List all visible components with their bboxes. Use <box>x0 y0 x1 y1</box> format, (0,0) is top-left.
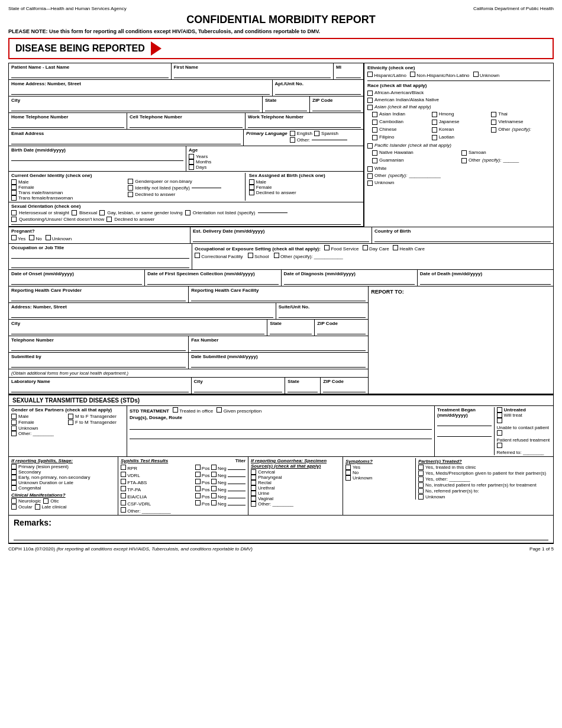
race-other-checkbox[interactable] <box>367 173 373 179</box>
non-hispanic-checkbox[interactable] <box>410 72 415 77</box>
late-clinical-checkbox[interactable] <box>35 504 40 510</box>
other-lang-checkbox[interactable] <box>290 137 295 143</box>
pacific-islander-checkbox[interactable] <box>367 143 373 149</box>
trans-female-checkbox[interactable] <box>11 195 17 201</box>
home-address-input[interactable] <box>11 86 270 95</box>
country-birth-input[interactable] <box>374 234 551 242</box>
secondary-checkbox[interactable] <box>11 469 17 475</box>
drug-input2[interactable] <box>130 431 432 439</box>
facility-input[interactable] <box>191 293 366 301</box>
no-referred-checkbox[interactable] <box>418 488 424 494</box>
yes-meds-checkbox[interactable] <box>418 471 424 476</box>
early-checkbox[interactable] <box>11 475 17 480</box>
not-listed-checkbox[interactable] <box>185 210 190 215</box>
tp-pa-neg[interactable] <box>211 486 217 491</box>
english-checkbox[interactable] <box>290 131 295 136</box>
urine-checkbox[interactable] <box>251 491 256 496</box>
est-delivery-input[interactable] <box>193 234 369 242</box>
japanese-checkbox[interactable] <box>432 120 437 125</box>
m-to-f-checkbox[interactable] <box>68 414 73 419</box>
unknown-duration-checkbox[interactable] <box>11 480 17 485</box>
pharyngeal-checkbox[interactable] <box>251 475 256 480</box>
vdrl-neg[interactable] <box>211 472 217 477</box>
thai-checkbox[interactable] <box>491 112 496 117</box>
treated-office-checkbox[interactable] <box>173 407 178 413</box>
american-indian-checkbox[interactable] <box>367 98 373 103</box>
months-checkbox[interactable] <box>189 159 194 165</box>
school-checkbox[interactable] <box>248 253 253 258</box>
native-hawaiian-checkbox[interactable] <box>372 150 377 156</box>
rpr-pos[interactable] <box>195 465 201 470</box>
asian-other-checkbox[interactable] <box>491 127 496 133</box>
given-rx-checkbox[interactable] <box>217 407 222 413</box>
cambodian-checkbox[interactable] <box>372 120 377 125</box>
treatment-began-input[interactable] <box>437 418 492 426</box>
eia-clia-checkbox[interactable] <box>121 493 126 498</box>
primary-checkbox[interactable] <box>11 464 17 469</box>
guamanian-checkbox[interactable] <box>372 158 377 163</box>
hispanic-checkbox[interactable] <box>367 72 373 77</box>
asian-indian-checkbox[interactable] <box>372 112 377 117</box>
rpr-checkbox[interactable] <box>121 465 126 470</box>
lab-city-input[interactable] <box>194 384 283 392</box>
identity-not-listed-checkbox[interactable] <box>128 185 133 191</box>
unable-checkbox[interactable] <box>497 418 502 423</box>
email-input[interactable] <box>11 136 241 144</box>
mi-input[interactable] <box>336 70 361 78</box>
declined-birth-checkbox[interactable] <box>249 190 254 195</box>
first-name-input[interactable] <box>174 70 331 78</box>
occupation-input2[interactable] <box>11 260 189 268</box>
referred-checkbox[interactable] <box>497 443 502 448</box>
reporting-address-input[interactable] <box>11 310 273 318</box>
state-input[interactable] <box>265 103 307 111</box>
lab-zip-input[interactable] <box>323 384 366 392</box>
male-checkbox[interactable] <box>11 179 17 185</box>
declined-checkbox[interactable] <box>128 192 133 197</box>
reporting-city-input[interactable] <box>11 326 264 334</box>
std-unknown-checkbox[interactable] <box>11 426 17 431</box>
apt-input[interactable] <box>275 86 361 95</box>
korean-checkbox[interactable] <box>432 127 437 133</box>
filipino-checkbox[interactable] <box>372 135 377 140</box>
eia-neg[interactable] <box>211 493 217 498</box>
gay-checkbox[interactable] <box>99 210 105 215</box>
city-input[interactable] <box>11 103 260 111</box>
vietnamese-checkbox[interactable] <box>491 120 496 125</box>
questioning-checkbox[interactable] <box>11 217 17 222</box>
exposure-other-checkbox[interactable] <box>274 253 279 258</box>
so-declined-checkbox[interactable] <box>106 217 112 222</box>
no-instructed-checkbox[interactable] <box>418 482 424 488</box>
eia-pos[interactable] <box>195 493 201 498</box>
tp-pa-checkbox[interactable] <box>121 486 126 491</box>
remarks-input[interactable] <box>14 532 548 540</box>
refused-checkbox[interactable] <box>497 430 502 436</box>
chinese-checkbox[interactable] <box>372 127 377 133</box>
heterosexual-checkbox[interactable] <box>11 210 17 215</box>
otic-checkbox[interactable] <box>43 498 49 504</box>
yes-other-pt-checkbox[interactable] <box>418 476 424 482</box>
symptoms-yes-checkbox[interactable] <box>345 465 351 470</box>
work-tel-input[interactable] <box>248 120 361 128</box>
food-service-checkbox[interactable] <box>324 245 330 250</box>
symptoms-unk-checkbox[interactable] <box>345 475 351 481</box>
tp-pa-pos[interactable] <box>195 486 201 491</box>
genderqueer-checkbox[interactable] <box>128 179 133 184</box>
fta-abs-checkbox[interactable] <box>121 479 126 484</box>
pregnant-no-checkbox[interactable] <box>29 235 34 240</box>
pregnant-unknown-checkbox[interactable] <box>46 235 51 240</box>
fax-input[interactable] <box>191 343 366 351</box>
hmong-checkbox[interactable] <box>432 112 437 117</box>
home-tel-input[interactable] <box>11 120 124 128</box>
congenital-checkbox[interactable] <box>11 485 17 491</box>
suite-input[interactable] <box>279 310 366 318</box>
std-female-checkbox[interactable] <box>11 420 17 425</box>
ethnicity-unknown-checkbox[interactable] <box>473 72 479 77</box>
spanish-checkbox[interactable] <box>314 131 319 136</box>
day-care-checkbox[interactable] <box>363 245 368 250</box>
vdrl-checkbox[interactable] <box>121 472 126 477</box>
lab-name-input[interactable] <box>11 384 189 392</box>
pi-other-checkbox[interactable] <box>461 158 467 163</box>
diagnosis-input[interactable] <box>284 276 415 285</box>
urethral-checkbox[interactable] <box>251 485 256 491</box>
tel-input[interactable] <box>11 343 186 351</box>
